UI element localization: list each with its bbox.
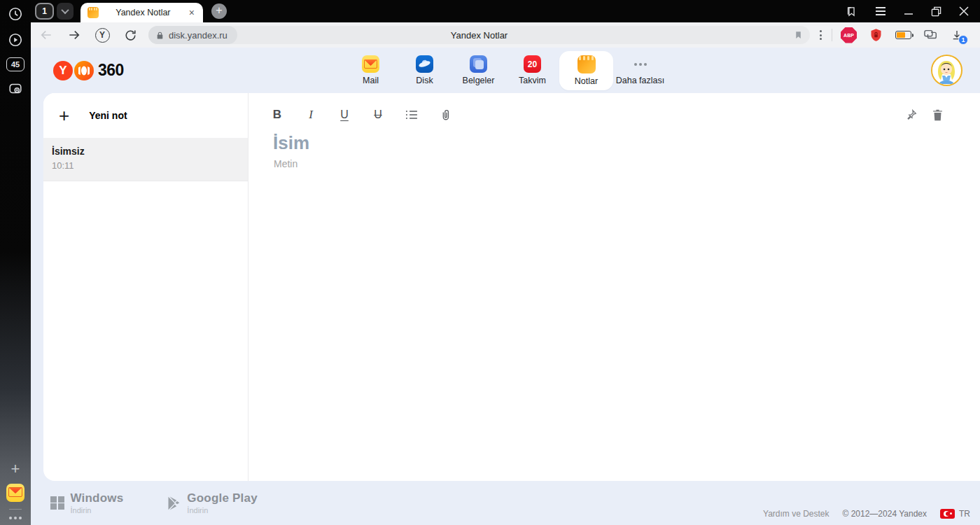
tab-counter-button[interactable]: 1 [35,3,54,20]
documents-app-icon [470,55,487,73]
editor-toolbar: B I U U [270,104,944,126]
rail-count-badge[interactable]: 45 [6,57,24,71]
site-identity-chip[interactable]: disk.yandex.ru [148,26,237,44]
bold-button[interactable]: B [270,108,285,122]
new-note-button[interactable]: + Yeni not [43,93,248,138]
tab-list-chevron-button[interactable] [57,3,74,20]
google-play-icon [167,496,181,511]
rail-divider [9,509,22,510]
delete-note-button[interactable] [932,108,944,122]
browser-toolbar: Y disk.yandex.ru Yandex Notlar ABP 1 [31,22,980,48]
active-tab[interactable]: Yandex Notlar × [80,3,203,22]
yandex360-logo[interactable]: Y 360 [53,61,124,80]
disk-app-icon [416,55,433,73]
note-title: İsimsiz [52,146,239,157]
downloads-icon[interactable]: 1 [951,29,963,41]
browser-side-rail: 45 + [0,0,31,525]
yandex-home-button[interactable]: Y [92,25,112,45]
underline-button[interactable]: U [337,108,352,121]
bookmarks-panel-icon[interactable] [846,6,858,18]
tab-close-icon[interactable]: × [188,8,196,18]
notes-list-panel: + Yeni not İsimsiz 10:11 [43,93,248,481]
notes-content-card: + Yeni not İsimsiz 10:11 B I U U [43,93,980,481]
app-mail[interactable]: Mail [344,51,398,90]
note-editor: B I U U İsim [248,93,980,481]
mail-app-icon [362,55,379,73]
yandex360-header: Y 360 Mail Disk Belgeler [31,48,980,93]
tab-title: Yandex Notlar [99,8,188,18]
address-bar[interactable]: disk.yandex.ru Yandex Notlar [148,26,810,44]
more-apps-icon [631,55,649,73]
restore-window-icon[interactable] [931,6,941,17]
back-button[interactable] [36,25,56,45]
pin-note-button[interactable] [905,108,918,121]
screenshot-camera-icon[interactable] [7,80,24,97]
bookmark-flag-icon[interactable] [794,29,803,41]
copyright-text: © 2012—2024 Yandex [843,509,927,519]
rail-more-icon[interactable] [9,517,22,519]
omnibox-page-title: Yandex Notlar [148,30,810,41]
page-footer: Windows İndirin Google Play İndirin Yard… [31,481,980,525]
plus-icon: + [59,106,69,125]
logo-360-text: 360 [98,61,124,80]
battery-saver-icon[interactable] [895,31,911,39]
user-avatar[interactable] [931,55,962,86]
attachment-button[interactable] [438,108,453,122]
app-switcher: Mail Disk Belgeler 20 Takvim Notlar Daha… [344,48,667,93]
download-count-badge: 1 [958,35,968,45]
google-play-download-link[interactable]: Google Play İndirin [167,491,257,514]
italic-button[interactable]: I [303,108,318,122]
reload-button[interactable] [120,25,140,45]
lock-icon [155,30,164,41]
note-body-placeholder[interactable]: Metin [274,158,298,169]
protect-shield-icon[interactable] [869,27,883,43]
bullet-list-button[interactable] [404,108,419,121]
yandex-mail-app-icon[interactable] [6,484,24,502]
rail-add-icon[interactable]: + [11,461,20,477]
omnibox-more-icon[interactable] [816,26,826,44]
notes-app-icon [578,55,596,74]
yandex360-o-icon [74,61,94,80]
language-selector[interactable]: TR [940,509,970,519]
strikethrough-button[interactable]: U [370,108,386,121]
close-window-icon[interactable] [959,6,969,16]
forward-button[interactable] [64,25,84,45]
tab-bar: 1 Yandex Notlar × + [31,0,980,22]
url-text: disk.yandex.ru [169,30,227,41]
minimize-window-icon[interactable] [904,7,913,15]
app-disk[interactable]: Disk [398,51,451,90]
extensions-icon[interactable] [923,28,939,42]
toolbar-divider [832,29,832,41]
note-list-item[interactable]: İsimsiz 10:11 [43,138,248,181]
browser-menu-icon[interactable] [875,6,886,16]
yandex-y-logo-icon: Y [53,61,73,80]
app-takvim[interactable]: 20 Takvim [505,51,559,90]
app-belgeler[interactable]: Belgeler [451,51,505,90]
app-more[interactable]: Daha fazlası [613,51,667,90]
play-circle-icon[interactable] [7,31,24,48]
app-notlar[interactable]: Notlar [559,51,613,90]
history-clock-icon[interactable] [7,6,24,22]
windows-icon [50,496,64,510]
new-tab-button[interactable]: + [211,4,227,19]
note-time: 10:11 [52,160,239,171]
turkey-flag-icon [940,509,955,519]
windows-download-link[interactable]: Windows İndirin [50,491,123,514]
page: Y 360 Mail Disk Belgeler [31,48,980,525]
calendar-app-icon: 20 [524,55,541,73]
help-support-link[interactable]: Yardım ve Destek [763,509,829,519]
adblock-plus-icon[interactable]: ABP [841,27,857,43]
notes-favicon [88,7,99,18]
chevron-down-icon [61,6,69,14]
note-title-placeholder[interactable]: İsim [273,132,309,154]
